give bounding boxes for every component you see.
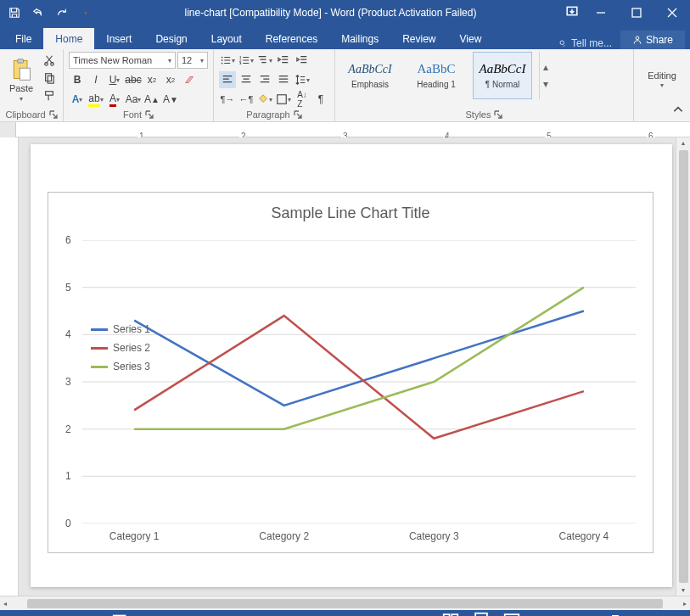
ltr-button[interactable]: ¶→ — [219, 91, 236, 108]
svg-point-3 — [636, 36, 639, 40]
clear-formatting-button[interactable] — [181, 71, 198, 88]
ribbon: Paste ▾ Clipboard Times New Roman▾ 12▾ B… — [0, 49, 690, 122]
font-size-value: 12 — [182, 55, 192, 65]
redo-button[interactable] — [51, 2, 73, 24]
increase-indent-button[interactable] — [294, 52, 311, 69]
font-launcher-icon[interactable] — [145, 110, 154, 119]
ruler-vertical[interactable] — [0, 137, 19, 596]
minimize-button[interactable] — [583, 0, 619, 25]
format-painter-button[interactable] — [41, 87, 58, 104]
tab-view[interactable]: View — [448, 28, 494, 49]
style-name: ¶ Normal — [485, 80, 519, 89]
quick-access-toolbar: ▾ — [0, 2, 100, 24]
font-name-value: Times New Roman — [73, 55, 152, 65]
ruler-horizontal[interactable]: 123456 — [0, 122, 690, 137]
font-name-select[interactable]: Times New Roman▾ — [69, 52, 176, 69]
print-layout-button[interactable] — [472, 613, 491, 617]
undo-button[interactable] — [27, 2, 49, 24]
decrease-indent-button[interactable] — [275, 52, 292, 69]
svg-rect-6 — [20, 68, 30, 80]
style-emphasis[interactable]: AaBbCcI Emphasis — [340, 52, 400, 99]
collapse-ribbon-button[interactable] — [670, 101, 687, 118]
chart-object[interactable]: Sample Line Chart Title 0123456 Category… — [48, 192, 654, 553]
copy-button[interactable] — [41, 70, 58, 87]
zoom-out-button[interactable]: − — [533, 613, 540, 617]
font-color-button[interactable]: A▾ — [106, 91, 123, 108]
strikethrough-button[interactable]: abc — [125, 71, 142, 88]
italic-button[interactable]: I — [87, 71, 104, 88]
bullets-button[interactable]: ▾ — [219, 52, 236, 69]
tab-design[interactable]: Design — [143, 28, 199, 49]
save-button[interactable] — [3, 2, 25, 24]
svg-point-2 — [560, 41, 564, 45]
align-center-button[interactable] — [238, 71, 255, 88]
shrink-font-button[interactable]: A▼ — [162, 91, 179, 108]
rtl-button[interactable]: ←¶ — [238, 91, 255, 108]
ribbon-display-button[interactable] — [561, 0, 583, 22]
borders-button[interactable]: ▾ — [275, 91, 292, 108]
shading-button[interactable]: ▾ — [256, 91, 273, 108]
numbering-button[interactable]: 123▾ — [238, 52, 255, 69]
svg-rect-5 — [18, 59, 24, 62]
zoom-in-button[interactable]: + — [641, 613, 648, 617]
align-left-button[interactable] — [219, 71, 236, 88]
sort-button[interactable]: A↓Z — [294, 91, 311, 108]
styles-more-button[interactable]: ▴▾ — [539, 52, 551, 99]
tab-mailings[interactable]: Mailings — [329, 28, 390, 49]
tab-home[interactable]: Home — [43, 28, 94, 49]
font-size-select[interactable]: 12▾ — [177, 52, 208, 69]
subscript-button[interactable]: x2 — [143, 71, 160, 88]
superscript-button[interactable]: x2 — [162, 71, 179, 88]
chart-legend: Series 1Series 2Series 3 — [91, 320, 150, 376]
close-button[interactable] — [654, 0, 690, 25]
editing-label[interactable]: Editing — [648, 70, 676, 81]
scrollbar-vertical[interactable]: ▴▾ — [676, 137, 690, 596]
page[interactable]: Sample Line Chart Title 0123456 Category… — [31, 144, 672, 587]
svg-point-12 — [222, 57, 223, 59]
window-title: line-chart [Compatibility Mode] - Word (… — [100, 7, 561, 19]
justify-button[interactable] — [275, 71, 292, 88]
tab-file[interactable]: File — [3, 28, 43, 49]
svg-point-14 — [222, 63, 223, 64]
show-marks-button[interactable]: ¶ — [312, 91, 329, 108]
paste-button[interactable]: Paste ▾ — [5, 52, 37, 108]
group-font: Times New Roman▾ 12▾ B I U▾ abc x2 x2 A▾… — [64, 49, 214, 121]
spellcheck-icon[interactable] — [111, 613, 130, 617]
change-case-button[interactable]: Aa▾ — [125, 91, 142, 108]
qat-customize-button[interactable]: ▾ — [75, 2, 97, 24]
styles-gallery[interactable]: AaBbCcI Emphasis AaBbC Heading 1 AaBbCcI… — [340, 52, 551, 108]
multilevel-list-button[interactable]: ▾ — [256, 52, 273, 69]
align-right-button[interactable] — [256, 71, 273, 88]
paste-label: Paste — [9, 83, 33, 93]
tab-layout[interactable]: Layout — [199, 28, 254, 49]
tab-insert[interactable]: Insert — [94, 28, 143, 49]
ribbon-tabs: File Home Insert Design Layout Reference… — [0, 25, 690, 49]
style-heading1[interactable]: AaBbC Heading 1 — [407, 52, 466, 99]
web-layout-button[interactable] — [502, 613, 521, 617]
share-button[interactable]: Share — [620, 31, 685, 49]
clipboard-launcher-icon[interactable] — [49, 110, 58, 119]
svg-point-7 — [45, 63, 48, 66]
style-normal[interactable]: AaBbCcI ¶ Normal — [473, 52, 532, 99]
styles-launcher-icon[interactable] — [494, 110, 502, 119]
tab-references[interactable]: References — [254, 28, 329, 49]
svg-rect-9 — [46, 74, 52, 81]
maximize-button[interactable] — [619, 0, 654, 25]
text-effects-button[interactable]: A▾ — [69, 91, 86, 108]
tab-review[interactable]: Review — [390, 28, 447, 49]
underline-button[interactable]: U▾ — [106, 71, 123, 88]
group-clipboard: Paste ▾ Clipboard — [0, 49, 64, 121]
paragraph-launcher-icon[interactable] — [294, 110, 302, 119]
grow-font-button[interactable]: A▲ — [143, 91, 160, 108]
line-spacing-button[interactable]: ▾ — [294, 71, 311, 88]
read-mode-button[interactable] — [441, 613, 460, 617]
scrollbar-horizontal[interactable]: ◂▸ — [0, 596, 690, 610]
cut-button[interactable] — [41, 52, 58, 69]
highlight-button[interactable]: ab▾ — [87, 91, 104, 108]
style-preview: AaBbCcI — [480, 62, 526, 76]
style-preview: AaBbC — [418, 62, 456, 76]
chart-plot-area: 0123456 Category 1Category 2Category 3Ca… — [82, 240, 636, 524]
svg-rect-27 — [476, 613, 488, 616]
bold-button[interactable]: B — [69, 71, 86, 88]
tell-me-search[interactable]: Tell me... — [549, 37, 620, 49]
